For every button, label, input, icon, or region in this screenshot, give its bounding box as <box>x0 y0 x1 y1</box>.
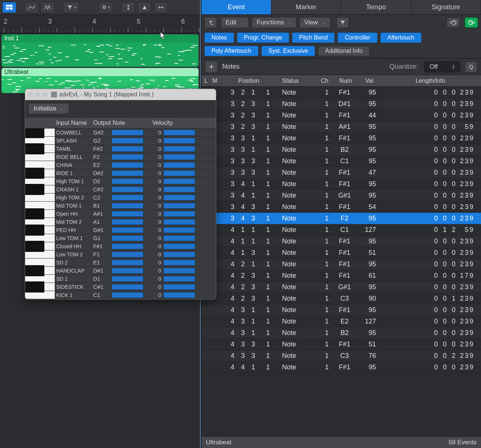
event-row[interactable]: 3431Note1F#154000239 <box>201 201 481 213</box>
event-length[interactable]: 000239 <box>380 249 481 257</box>
event-val[interactable]: 127 <box>359 226 380 234</box>
output-note-slider[interactable] <box>112 130 143 136</box>
window-titlebar[interactable]: advEvL - My Song 1 (Mapped Instr.) <box>25 89 216 100</box>
event-length[interactable]: 000239 <box>380 329 481 337</box>
functions-menu[interactable]: Functions⌄ <box>252 17 297 28</box>
piano-key[interactable] <box>25 185 55 193</box>
event-status[interactable]: Note <box>278 329 317 337</box>
event-position[interactable]: 3311 <box>219 146 278 154</box>
event-position[interactable]: 3431 <box>219 215 278 222</box>
event-channel[interactable]: 1 <box>317 215 332 222</box>
output-note[interactable]: G2 <box>93 137 109 144</box>
event-num[interactable]: F#1 <box>332 249 359 257</box>
color-palette-button[interactable] <box>447 17 460 28</box>
event-length[interactable]: 000239 <box>380 203 481 211</box>
event-row[interactable]: 3311Note1F#195000239 <box>201 133 481 144</box>
event-val[interactable]: 90 <box>359 295 380 302</box>
event-length[interactable]: 000239 <box>380 192 481 199</box>
event-val[interactable]: 95 <box>359 180 380 188</box>
velocity-value[interactable]: 0 <box>152 235 161 241</box>
event-length[interactable]: 000239 <box>380 237 481 245</box>
event-position[interactable]: 4211 <box>219 260 278 268</box>
velocity-value[interactable]: 0 <box>152 251 161 257</box>
event-row[interactable]: 4311Note1B295000239 <box>201 327 481 339</box>
event-num[interactable]: A#1 <box>332 123 359 131</box>
event-position[interactable]: 4111 <box>219 237 278 245</box>
event-channel[interactable]: 1 <box>317 169 332 177</box>
output-note[interactable]: G#1 <box>93 227 109 233</box>
event-val[interactable]: 127 <box>359 318 380 325</box>
velocity-value[interactable]: 0 <box>152 227 161 233</box>
col-status[interactable]: Status <box>278 78 317 84</box>
event-val[interactable]: 95 <box>359 260 380 268</box>
hierarchy-up-button[interactable] <box>204 17 217 28</box>
edit-menu[interactable]: Edit⌄ <box>221 17 249 28</box>
event-length[interactable]: 000239 <box>380 341 481 348</box>
quantize-select[interactable]: Off ▴▾ <box>424 61 460 72</box>
event-num[interactable]: C3 <box>332 295 359 302</box>
velocity-slider[interactable] <box>163 235 195 241</box>
output-note[interactable]: C2 <box>93 194 109 201</box>
output-note-slider[interactable] <box>112 146 143 152</box>
event-status[interactable]: Note <box>278 157 317 165</box>
event-num[interactable]: F#1 <box>332 180 359 188</box>
event-channel[interactable]: 1 <box>317 318 332 325</box>
event-position[interactable]: 4131 <box>219 249 278 257</box>
filter-chip[interactable]: Pitch Bend <box>292 33 335 43</box>
output-note-slider[interactable] <box>112 187 143 192</box>
event-row[interactable]: 4331Note1C376002239 <box>201 350 481 362</box>
event-row[interactable]: 4311Note1F#195000239 <box>201 304 481 316</box>
event-length[interactable]: 00059 <box>380 123 481 131</box>
event-length[interactable]: 000239 <box>380 169 481 177</box>
piano-key[interactable] <box>25 129 55 136</box>
mapping-row[interactable]: Open HHA#10 <box>25 210 216 218</box>
event-val[interactable]: 95 <box>359 215 380 222</box>
event-position[interactable]: 4231 <box>219 283 278 291</box>
event-length[interactable]: 000239 <box>380 283 481 291</box>
event-position[interactable]: 3231 <box>219 123 278 131</box>
event-row[interactable]: 4231Note1G#195000239 <box>201 281 481 293</box>
traffic-lights[interactable] <box>28 92 47 97</box>
mapping-row[interactable]: COWBELLG#20 <box>25 129 216 137</box>
event-status[interactable]: Note <box>278 169 317 177</box>
mapping-row[interactable]: TAMB.F#20 <box>25 145 216 153</box>
velocity-slider[interactable] <box>163 178 195 184</box>
event-num[interactable]: C1 <box>332 226 359 234</box>
event-status[interactable]: Note <box>278 180 317 188</box>
mapping-row[interactable]: CHINAE20 <box>25 161 216 169</box>
timeline-ruler[interactable]: 23456 <box>0 15 200 33</box>
event-channel[interactable]: 1 <box>317 306 332 314</box>
velocity-value[interactable]: 0 <box>152 154 161 160</box>
filter-chip[interactable]: Progr. Change <box>237 33 289 43</box>
event-row[interactable]: 4331Note1F#151000239 <box>201 339 481 350</box>
automation-curve-button[interactable] <box>24 2 38 13</box>
velocity-slider[interactable] <box>163 211 195 217</box>
event-channel[interactable]: 1 <box>317 203 332 211</box>
filter-chip[interactable]: Poly Aftertouch <box>204 46 258 56</box>
event-position[interactable]: 3331 <box>219 169 278 177</box>
event-status[interactable]: Note <box>278 306 317 314</box>
mapping-row[interactable]: RIDE 1D#20 <box>25 169 216 177</box>
event-num[interactable]: F#1 <box>332 134 359 142</box>
velocity-slider[interactable] <box>163 268 195 274</box>
event-position[interactable]: 4311 <box>219 318 278 325</box>
output-note-slider[interactable] <box>112 195 143 201</box>
output-note[interactable]: F1 <box>93 251 109 257</box>
event-row[interactable]: 3331Note1F#147000239 <box>201 167 481 178</box>
event-row[interactable]: 4111Note1F#195000239 <box>201 236 481 247</box>
event-status[interactable]: Note <box>278 295 317 302</box>
event-val[interactable]: 95 <box>359 100 380 108</box>
event-status[interactable]: Note <box>278 341 317 348</box>
event-length[interactable]: 000239 <box>380 215 481 222</box>
event-num[interactable]: B2 <box>332 146 359 154</box>
event-val[interactable]: 95 <box>359 237 380 245</box>
output-note-slider[interactable] <box>112 178 143 184</box>
mapping-row[interactable]: RIDE BELLF20 <box>25 153 216 161</box>
output-note-slider[interactable] <box>112 162 143 168</box>
track-region[interactable]: Inst 1 <box>1 34 199 67</box>
event-status[interactable]: Note <box>278 134 317 142</box>
mapping-row[interactable]: High TOM 2C20 <box>25 194 216 202</box>
output-note[interactable]: D2 <box>93 178 109 184</box>
mapping-row[interactable]: CRASH 1C#20 <box>25 185 216 194</box>
velocity-value[interactable]: 0 <box>152 243 161 249</box>
